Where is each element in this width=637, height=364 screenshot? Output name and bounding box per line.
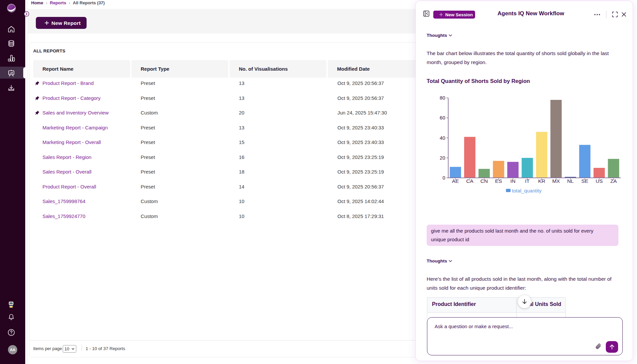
svg-text:0: 0 (443, 175, 445, 181)
svg-text:AA: AA (10, 348, 16, 352)
svg-text:80: 80 (440, 95, 445, 101)
svg-text:40: 40 (440, 135, 445, 141)
svg-text:total_quantity: total_quantity (512, 188, 542, 193)
svg-text:20: 20 (440, 155, 445, 161)
svg-text:60: 60 (440, 115, 445, 120)
svg-text:New Session: New Session (445, 12, 473, 17)
svg-text:New Report: New Report (51, 20, 81, 26)
